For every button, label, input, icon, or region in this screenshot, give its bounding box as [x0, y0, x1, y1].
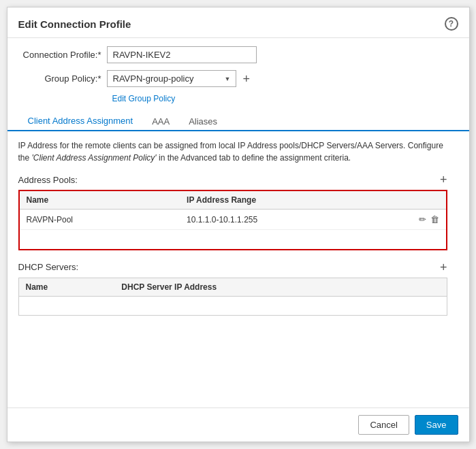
- tab-aaa[interactable]: AAA: [142, 112, 179, 131]
- address-pools-header-row: Name IP Address Range: [20, 191, 446, 210]
- dhcp-servers-header-row: Name DHCP Server IP Address: [19, 278, 447, 297]
- dhcp-servers-table-wrapper: Name DHCP Server IP Address: [18, 278, 447, 316]
- dhcp-servers-title: DHCP Servers:: [18, 262, 79, 272]
- tab-aliases[interactable]: Aliases: [179, 112, 227, 131]
- connection-profile-label: Connection Profile:*: [18, 50, 107, 60]
- pool-ip-range: 10.1.1.0-10.1.1.255: [180, 210, 404, 230]
- info-text: IP Address for the remote clients can be…: [18, 139, 458, 164]
- group-policy-row: Group Policy:* RAVPN-group-policy +: [18, 70, 458, 87]
- dhcp-col-ip: DHCP Server IP Address: [114, 278, 405, 297]
- pool-actions: ✏ 🗑: [405, 210, 446, 230]
- empty-row: [20, 230, 446, 249]
- save-button[interactable]: Save: [415, 415, 458, 435]
- edit-group-policy-link[interactable]: Edit Group Policy: [112, 94, 458, 103]
- pool-name: RAVPN-Pool: [20, 210, 180, 230]
- connection-profile-input[interactable]: [107, 46, 257, 63]
- dialog-footer: Cancel Save: [7, 408, 469, 442]
- help-icon[interactable]: ?: [445, 17, 458, 31]
- add-group-policy-button[interactable]: +: [240, 73, 253, 85]
- edit-pool-button[interactable]: ✏: [419, 214, 426, 224]
- group-policy-select-container: RAVPN-group-policy: [107, 70, 236, 87]
- address-pools-title: Address Pools:: [18, 175, 78, 185]
- tab-client-address-assignment[interactable]: Client Address Assignment: [18, 112, 143, 131]
- dhcp-col-actions: [406, 278, 447, 297]
- address-pools-table: Name IP Address Range RAVPN-Pool 10.1.1.…: [20, 191, 446, 249]
- dhcp-servers-header: DHCP Servers: +: [18, 261, 458, 273]
- action-icons: ✏ 🗑: [412, 214, 439, 224]
- delete-pool-button[interactable]: 🗑: [430, 214, 439, 224]
- dhcp-col-name: Name: [19, 278, 115, 297]
- add-dhcp-server-button[interactable]: +: [440, 261, 447, 273]
- dialog-title: Edit Connection Profile: [18, 18, 131, 30]
- dialog-header: Edit Connection Profile ?: [7, 7, 469, 38]
- connection-profile-row: Connection Profile:*: [18, 46, 458, 63]
- content-area: IP Address for the remote clients can be…: [7, 131, 469, 408]
- col-actions: [405, 191, 446, 210]
- edit-connection-profile-dialog: Edit Connection Profile ? Connection Pro…: [7, 7, 470, 442]
- group-policy-select-wrapper: RAVPN-group-policy +: [107, 70, 253, 87]
- cancel-button[interactable]: Cancel: [358, 415, 409, 435]
- col-name: Name: [20, 191, 180, 210]
- col-ip-range: IP Address Range: [180, 191, 404, 210]
- group-policy-label: Group Policy:*: [18, 73, 107, 84]
- add-address-pool-button[interactable]: +: [440, 173, 447, 186]
- tabs-bar: Client Address Assignment AAA Aliases: [7, 112, 469, 131]
- group-policy-select[interactable]: RAVPN-group-policy: [107, 70, 236, 87]
- dhcp-empty-row-1: [19, 296, 447, 315]
- address-pools-table-wrapper: Name IP Address Range RAVPN-Pool 10.1.1.…: [18, 190, 447, 250]
- dhcp-servers-table: Name DHCP Server IP Address: [19, 278, 447, 316]
- address-pools-header: Address Pools: +: [18, 173, 458, 186]
- form-section: Connection Profile:* Group Policy:* RAVP…: [7, 38, 469, 112]
- table-row: RAVPN-Pool 10.1.1.0-10.1.1.255 ✏ 🗑: [20, 210, 446, 230]
